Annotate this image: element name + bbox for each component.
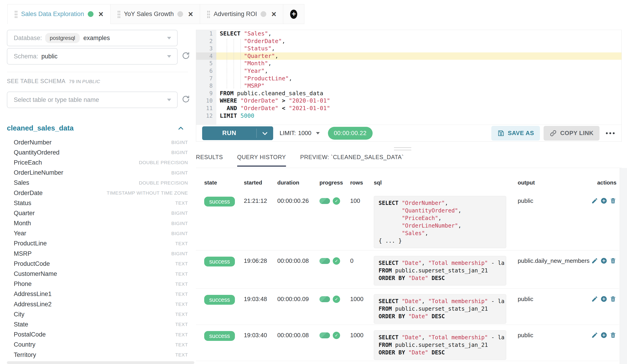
schema-column-row: OrderNumberBIGINT bbox=[7, 137, 188, 147]
column-name: AddressLine2 bbox=[14, 301, 52, 308]
column-type: TEXT bbox=[175, 322, 188, 327]
check-circle-icon: ✓ bbox=[333, 197, 340, 205]
tab-status-dot bbox=[261, 11, 266, 17]
close-tab-icon[interactable]: × bbox=[99, 10, 103, 18]
line-code: "MSRP" bbox=[216, 82, 622, 90]
sql-line: ORDER BY "Date" DESC bbox=[379, 349, 501, 357]
run-options-button[interactable] bbox=[257, 132, 273, 135]
tab-status-dot bbox=[177, 11, 183, 17]
delete-query-button[interactable] bbox=[610, 197, 617, 204]
line-code: SELECT "Sales", bbox=[216, 30, 622, 38]
editor-tab-2[interactable]: YoY Sales Growth× bbox=[110, 4, 200, 24]
check-circle-icon: ✓ bbox=[333, 257, 340, 265]
tabs-border bbox=[196, 168, 622, 168]
schema-column-row: MSRPBIGINT bbox=[7, 249, 188, 259]
save-as-button[interactable]: SAVE AS bbox=[491, 126, 540, 140]
column-name: ProductCode bbox=[14, 260, 50, 267]
query-progress: ✓ bbox=[319, 332, 340, 339]
pane-resize-handle[interactable] bbox=[394, 147, 411, 152]
edit-query-button[interactable] bbox=[591, 332, 598, 339]
query-history-rows: success21:21:1200:00:00.26✓100SELECT "Or… bbox=[196, 190, 619, 361]
table-schema-schema-name: PUBLIC bbox=[82, 79, 100, 84]
edit-query-button[interactable] bbox=[591, 296, 598, 302]
open-in-new-tab-button[interactable] bbox=[600, 197, 607, 204]
column-type: BIGINT bbox=[171, 150, 188, 155]
open-in-new-tab-button[interactable] bbox=[600, 257, 607, 264]
query-sql-preview[interactable]: SELECT "Date", "Total membership" - laFR… bbox=[374, 294, 506, 324]
query-actions bbox=[585, 332, 617, 339]
copy-link-button[interactable]: COPY LINK bbox=[544, 126, 599, 140]
tab-query-history[interactable]: QUERY HISTORY bbox=[237, 154, 286, 167]
plus-icon: + bbox=[290, 10, 297, 19]
close-tab-icon[interactable]: × bbox=[271, 10, 276, 18]
vertical-scrollbar[interactable] bbox=[620, 168, 627, 364]
editor-tab-3[interactable]: Advertising ROI× bbox=[200, 4, 283, 24]
query-sql-preview[interactable]: SELECT "OrderNumber", "QuantityOrdered",… bbox=[374, 196, 506, 248]
horizontal-scrollbar[interactable] bbox=[7, 361, 194, 364]
limit-dropdown[interactable]: LIMIT: 1000 bbox=[280, 130, 320, 137]
new-tab-button[interactable]: + bbox=[283, 4, 304, 24]
drag-grip-icon[interactable] bbox=[117, 10, 120, 18]
plus-circle-icon bbox=[600, 257, 607, 264]
query-output: public bbox=[518, 197, 533, 204]
column-type: TEXT bbox=[175, 261, 188, 267]
delete-query-button[interactable] bbox=[610, 296, 617, 302]
schema-browser-sidebar: Database: postgresql examples Schema: pu… bbox=[7, 30, 194, 364]
editor-toolbar: RUN LIMIT: 1000 00:00:00.22 SAVE AS COPY… bbox=[196, 125, 622, 141]
column-name: Sales bbox=[14, 179, 29, 186]
more-options-button[interactable] bbox=[605, 130, 616, 136]
query-history-row-4: success19:03:4000:00:00.08✓1000SELECT "D… bbox=[196, 325, 619, 361]
query-actions bbox=[585, 257, 617, 264]
query-sql-preview[interactable]: SELECT "Date", "Total membership" - laFR… bbox=[374, 256, 506, 285]
query-state-badge: success bbox=[204, 257, 235, 267]
column-name: Status bbox=[14, 200, 31, 207]
run-query-button[interactable]: RUN bbox=[202, 126, 273, 140]
limit-label: LIMIT: bbox=[280, 130, 296, 137]
query-sql-preview[interactable]: SELECT "Date", "Total membership" - laFR… bbox=[374, 330, 506, 360]
table-select[interactable]: Select table or type table name bbox=[7, 91, 178, 108]
edit-query-button[interactable] bbox=[591, 257, 598, 264]
query-rows-count: 1000 bbox=[350, 332, 364, 339]
column-name: OrderDate bbox=[14, 189, 43, 197]
open-in-new-tab-button[interactable] bbox=[600, 332, 607, 339]
check-circle-icon: ✓ bbox=[333, 332, 340, 339]
column-name: City bbox=[14, 311, 25, 318]
line-number: 7 bbox=[196, 75, 216, 82]
line-number: 6 bbox=[196, 67, 216, 75]
tab-status-dot bbox=[88, 11, 94, 17]
close-tab-icon[interactable]: × bbox=[188, 10, 193, 18]
delete-query-button[interactable] bbox=[610, 332, 617, 339]
tab-preview[interactable]: PREVIEW: `CLEANED_SALES_DATA` bbox=[300, 154, 404, 167]
collapse-table-button[interactable] bbox=[177, 124, 185, 132]
results-pane-tabs: RESULTS QUERY HISTORY PREVIEW: `CLEANED_… bbox=[196, 154, 404, 167]
line-number: 3 bbox=[196, 45, 216, 52]
tab-results[interactable]: RESULTS bbox=[196, 154, 223, 167]
line-number: 4 bbox=[196, 52, 216, 60]
schema-column-row: SalesDOUBLE PRECISION bbox=[7, 178, 188, 188]
database-label: Database: bbox=[14, 35, 42, 42]
query-started: 19:03:48 bbox=[244, 296, 267, 303]
sql-editor[interactable]: 1SELECT "Sales",2 "OrderDate",3 "Status"… bbox=[196, 30, 622, 125]
open-in-new-tab-button[interactable] bbox=[600, 296, 607, 302]
line-code: WHERE "OrderDate" > "2020-01-01" bbox=[216, 97, 622, 105]
refresh-tables-button[interactable] bbox=[181, 95, 192, 105]
schema-column-row: TerritoryTEXT bbox=[7, 350, 188, 360]
chevron-down-icon bbox=[167, 37, 171, 39]
query-duration: 00:00:00.09 bbox=[277, 296, 309, 303]
database-select[interactable]: Database: postgresql examples bbox=[7, 30, 178, 46]
editor-tab-1[interactable]: Sales Data Exploration× bbox=[7, 4, 110, 24]
schema-select[interactable]: Schema: public bbox=[7, 48, 178, 65]
delete-query-button[interactable] bbox=[610, 257, 617, 264]
table-columns-list: OrderNumberBIGINTQuantityOrderedBIGINTPr… bbox=[7, 137, 188, 360]
schema-column-row: StatusTEXT bbox=[7, 198, 188, 208]
column-name: QuantityOrdered bbox=[14, 149, 59, 156]
edit-query-button[interactable] bbox=[591, 197, 598, 204]
drag-grip-icon[interactable] bbox=[207, 10, 210, 18]
column-type: TEXT bbox=[175, 200, 188, 206]
query-started: 19:03:40 bbox=[244, 332, 267, 339]
refresh-schema-button[interactable] bbox=[181, 51, 192, 61]
line-number: 8 bbox=[196, 82, 216, 90]
line-code: AND "OrderDate" < "2021-01-01" bbox=[216, 105, 622, 112]
drag-grip-icon[interactable] bbox=[14, 10, 17, 18]
table-schema-label: SEE TABLE SCHEMA bbox=[7, 78, 65, 84]
